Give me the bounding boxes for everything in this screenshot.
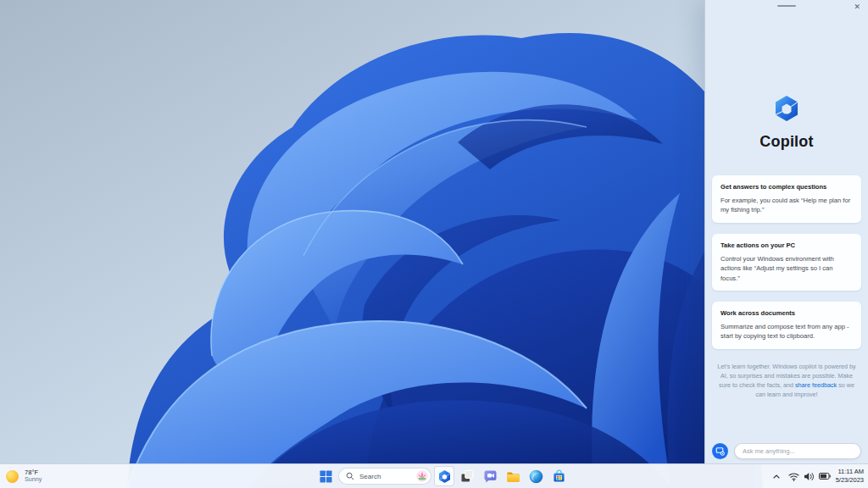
ask-me-anything-input[interactable] [734,443,861,459]
file-explorer-icon [506,469,520,484]
battery-icon [819,473,831,480]
wifi-icon [788,472,799,481]
search-box[interactable]: Search [338,468,431,485]
sun-icon [6,470,19,483]
edge-icon [529,469,543,484]
taskbar: 78°F Sunny Search [0,463,868,488]
tray-date: 5/23/2023 [836,476,864,485]
copilot-logo-icon [772,94,801,123]
task-view-button[interactable] [457,466,477,486]
weather-condition: Sunny [25,476,42,483]
clock-widget[interactable]: 11:11 AM 5/23/2023 [836,468,864,484]
store-icon [552,469,566,484]
copilot-logo [705,94,868,123]
copilot-badge-icon[interactable] [712,443,728,459]
windows-start-icon [320,470,332,483]
quick-settings-button[interactable] [788,472,831,481]
card-body: Summarize and compose text from any app … [721,322,853,341]
start-button[interactable] [315,466,336,486]
card-title: Get answers to complex questions [721,183,853,191]
hidden-icons-button[interactable] [770,466,783,486]
taskbar-copilot-button[interactable] [434,466,454,486]
tray-time: 11:11 AM [837,468,864,476]
search-icon [346,472,354,480]
file-explorer-button[interactable] [503,466,523,486]
task-view-icon [460,469,474,483]
share-feedback-link[interactable]: share feedback [795,381,837,389]
drag-handle-icon[interactable] [777,5,796,7]
chat-icon [483,469,498,484]
card-title: Work across documents [721,309,853,317]
chevron-up-icon [772,473,781,480]
taskbar-center: Search [315,464,569,488]
suggestion-card-questions[interactable]: Get answers to complex questions For exa… [712,175,861,223]
system-tray: 11:11 AM 5/23/2023 [770,464,864,488]
search-label: Search [359,473,411,480]
store-button[interactable] [548,466,569,486]
lotus-flower-icon [416,470,428,482]
desktop: ✕ Copilot Get answers to complex questio… [0,0,868,488]
card-title: Take actions on your PC [721,241,853,249]
suggestion-card-actions[interactable]: Take actions on your PC Control your Win… [712,234,861,291]
card-body: For example, you could ask “Help me plan… [721,196,853,215]
ai-disclaimer: Let’s learn together. Windows copilot is… [716,362,857,400]
ask-input-row [712,443,861,459]
panel-title: Copilot [705,133,868,151]
card-body: Control your Windows environment with ac… [721,254,853,283]
chat-button[interactable] [480,466,500,486]
copilot-panel: ✕ Copilot Get answers to complex questio… [704,0,868,464]
copilot-icon [437,469,452,484]
suggestion-card-documents[interactable]: Work across documents Summarize and comp… [712,302,861,349]
close-icon[interactable]: ✕ [852,2,862,13]
volume-icon [804,472,815,481]
weather-widget[interactable]: 78°F Sunny [6,464,42,488]
edge-button[interactable] [526,466,546,486]
suggestion-cards: Get answers to complex questions For exa… [705,175,868,349]
